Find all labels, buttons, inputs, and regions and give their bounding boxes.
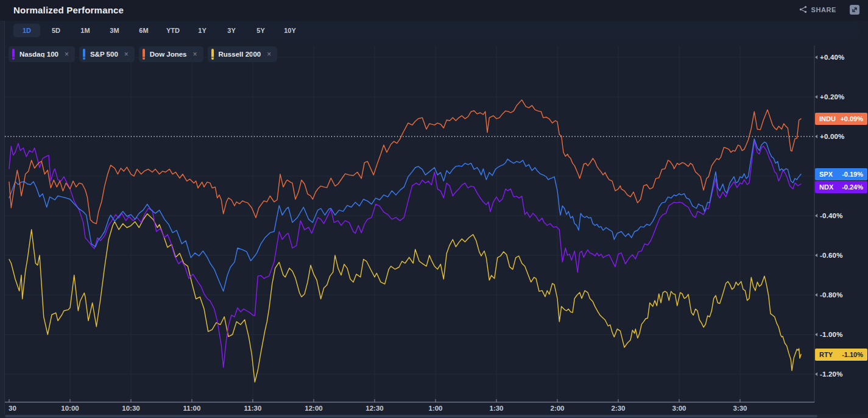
badge-value: -0.19%	[842, 171, 863, 178]
y-tick-arrow	[815, 253, 817, 257]
x-axis-label: 12:00	[305, 405, 322, 412]
x-axis-label: 2:00	[550, 405, 564, 412]
series-line-ndx	[9, 141, 801, 367]
x-axis-label: 10:00	[61, 405, 79, 412]
y-axis-label: +0.20%	[820, 93, 845, 101]
x-axis-label: 30	[9, 405, 16, 412]
performance-chart	[0, 0, 868, 418]
y-axis-label: +0.40%	[820, 54, 845, 61]
x-axis-label: 2:30	[611, 405, 625, 412]
normalized-performance-panel: Normalized Performance SHARE 1D5D1M3M6	[0, 0, 868, 418]
y-axis-label: +0.00%	[820, 133, 845, 140]
badge-ticker: SPX	[819, 171, 833, 178]
x-axis-label: 3:30	[733, 405, 747, 412]
series-line-rty	[9, 214, 801, 382]
y-tick-arrow	[815, 372, 817, 376]
x-axis-label: 1:30	[489, 405, 503, 412]
x-axis-label: 11:30	[244, 405, 262, 412]
badge-value: +0.09%	[840, 115, 863, 122]
y-axis-label: -0.40%	[820, 212, 843, 219]
y-tick-arrow	[815, 293, 817, 297]
price-badge-spx: SPX-0.19%	[815, 168, 867, 180]
badge-ticker: INDU	[819, 115, 836, 122]
y-tick-arrow	[815, 214, 817, 218]
x-axis-label: 12:30	[365, 405, 383, 412]
y-tick-arrow	[815, 135, 817, 138]
price-badge-rty: RTY-1.10%	[815, 349, 867, 361]
badge-ticker: RTY	[819, 351, 833, 358]
y-tick-arrow	[815, 55, 817, 59]
badge-value: -1.10%	[842, 351, 863, 358]
price-badge-ndx: NDX-0.24%	[815, 181, 867, 193]
x-axis-label: 3:00	[672, 405, 686, 412]
y-axis-label: -1.20%	[820, 370, 843, 378]
y-axis-label: -1.00%	[820, 331, 843, 338]
x-axis-label: 11:00	[183, 405, 201, 412]
series-line-spx	[9, 139, 801, 291]
y-tick-arrow	[815, 95, 817, 99]
time-scrollbar-thumb[interactable]	[5, 415, 817, 417]
x-axis-label: 10:30	[122, 405, 139, 412]
y-axis-label: -0.80%	[820, 291, 843, 299]
series-line-indu	[9, 100, 801, 224]
y-tick-arrow	[815, 333, 817, 336]
badge-ticker: NDX	[819, 183, 833, 191]
y-axis-label: -0.60%	[820, 252, 843, 259]
badge-value: -0.24%	[842, 183, 863, 191]
x-axis-label: 1:00	[428, 405, 442, 412]
price-badge-indu: INDU+0.09%	[815, 113, 867, 125]
